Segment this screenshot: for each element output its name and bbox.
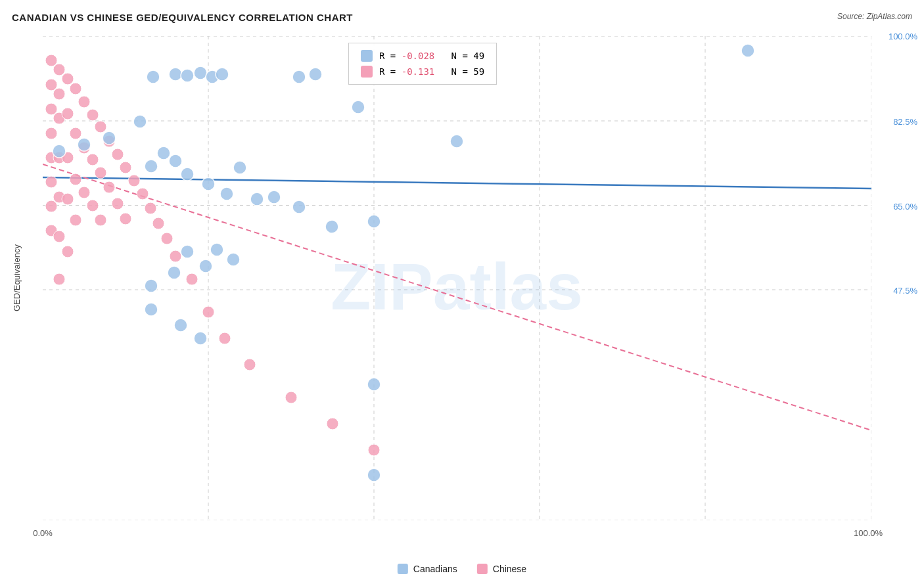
svg-point-59 — [219, 332, 231, 344]
svg-point-46 — [103, 181, 115, 193]
bottom-chinese-swatch — [477, 564, 488, 574]
legend-row-chinese: R = -0.131 N = 59 — [361, 66, 484, 78]
svg-point-13 — [45, 79, 57, 91]
svg-point-17 — [45, 176, 57, 188]
svg-point-87 — [352, 101, 365, 114]
y-tick-47: 47.5% — [893, 286, 917, 296]
svg-point-92 — [227, 253, 240, 266]
svg-point-44 — [95, 214, 106, 226]
y-axis-label: GED/Equivalency — [7, 36, 26, 520]
svg-point-93 — [145, 279, 158, 292]
svg-point-36 — [78, 96, 90, 108]
svg-point-85 — [292, 200, 306, 214]
svg-point-39 — [87, 109, 99, 121]
svg-point-83 — [250, 192, 264, 206]
svg-point-77 — [157, 146, 170, 160]
svg-point-72 — [216, 68, 229, 81]
svg-point-68 — [169, 68, 182, 81]
x-tick-0: 0.0% — [33, 528, 53, 538]
y-tick-82: 82.5% — [893, 117, 917, 127]
y-tick-65: 65.0% — [893, 202, 917, 212]
svg-point-57 — [186, 273, 198, 285]
source-label: Source: ZipAtlas.com — [837, 12, 912, 21]
svg-point-61 — [285, 392, 297, 403]
svg-point-55 — [161, 233, 173, 244]
svg-point-12 — [45, 55, 57, 66]
y-tick-100: 100.0% — [889, 32, 917, 41]
svg-point-89 — [181, 245, 194, 258]
svg-point-34 — [70, 173, 81, 185]
svg-point-48 — [112, 198, 124, 210]
svg-point-82 — [233, 161, 246, 174]
svg-point-58 — [202, 306, 214, 318]
svg-point-97 — [194, 332, 207, 345]
svg-point-73 — [292, 70, 306, 83]
svg-point-88 — [367, 215, 381, 228]
svg-point-21 — [53, 88, 65, 100]
svg-line-10 — [43, 177, 871, 189]
bottom-chinese-label: Chinese — [493, 564, 526, 574]
svg-point-90 — [199, 259, 212, 273]
svg-point-42 — [95, 121, 106, 133]
svg-point-84 — [267, 191, 281, 204]
svg-point-75 — [133, 115, 147, 128]
svg-point-26 — [53, 273, 65, 285]
svg-point-49 — [120, 162, 131, 173]
svg-point-63 — [368, 444, 380, 456]
svg-point-62 — [327, 418, 338, 430]
svg-point-43 — [95, 167, 106, 179]
svg-point-15 — [45, 127, 57, 139]
svg-point-30 — [62, 193, 74, 205]
svg-point-56 — [170, 250, 181, 262]
bottom-legend-canadians: Canadians — [398, 564, 457, 574]
svg-point-50 — [120, 213, 131, 225]
svg-point-67 — [147, 70, 160, 83]
svg-point-32 — [70, 83, 81, 95]
bottom-legend-chinese: Chinese — [477, 564, 526, 574]
legend-row-canadian: R = -0.028 N = 49 — [361, 50, 484, 62]
svg-point-78 — [169, 154, 182, 168]
svg-point-65 — [78, 138, 91, 151]
bottom-canadians-label: Canadians — [413, 564, 457, 574]
svg-point-25 — [53, 231, 65, 242]
svg-point-100 — [367, 378, 381, 391]
svg-point-47 — [112, 148, 124, 160]
svg-point-64 — [53, 145, 66, 158]
svg-point-18 — [45, 200, 57, 212]
svg-point-40 — [87, 154, 99, 166]
svg-point-28 — [62, 108, 74, 120]
chart-legend: R = -0.028 N = 49 R = -0.131 N = 59 — [348, 43, 497, 85]
x-tick-100: 100.0% — [854, 528, 883, 538]
svg-point-99 — [450, 135, 463, 148]
svg-point-66 — [103, 131, 116, 145]
svg-point-27 — [62, 73, 74, 85]
svg-point-74 — [309, 68, 322, 81]
svg-point-91 — [210, 243, 223, 256]
svg-point-41 — [87, 200, 99, 212]
svg-point-53 — [145, 202, 156, 214]
svg-point-76 — [145, 160, 158, 173]
svg-point-33 — [70, 127, 81, 139]
legend-text-chinese: R = -0.131 N = 59 — [379, 66, 484, 77]
legend-text-canadian: R = -0.028 N = 49 — [379, 51, 484, 61]
svg-point-51 — [128, 175, 140, 187]
bottom-legend: Canadians Chinese — [398, 564, 526, 574]
svg-point-95 — [145, 303, 158, 316]
svg-point-54 — [152, 217, 164, 229]
svg-point-80 — [202, 177, 215, 191]
svg-point-96 — [174, 319, 187, 332]
chart-title: CANADIAN VS CHINESE GED/EQUIVALENCY CORR… — [12, 12, 353, 23]
svg-point-79 — [181, 168, 194, 181]
svg-point-52 — [137, 188, 149, 200]
svg-point-60 — [244, 359, 256, 371]
svg-point-38 — [78, 187, 90, 198]
svg-point-20 — [53, 64, 65, 76]
svg-point-86 — [325, 220, 338, 233]
svg-point-98 — [741, 44, 754, 57]
svg-point-69 — [181, 69, 194, 82]
svg-point-70 — [194, 66, 207, 79]
chinese-swatch — [361, 66, 373, 78]
svg-point-94 — [168, 266, 181, 279]
chart-container: CANADIAN VS CHINESE GED/EQUIVALENCY CORR… — [0, 0, 924, 586]
svg-point-101 — [367, 468, 381, 482]
